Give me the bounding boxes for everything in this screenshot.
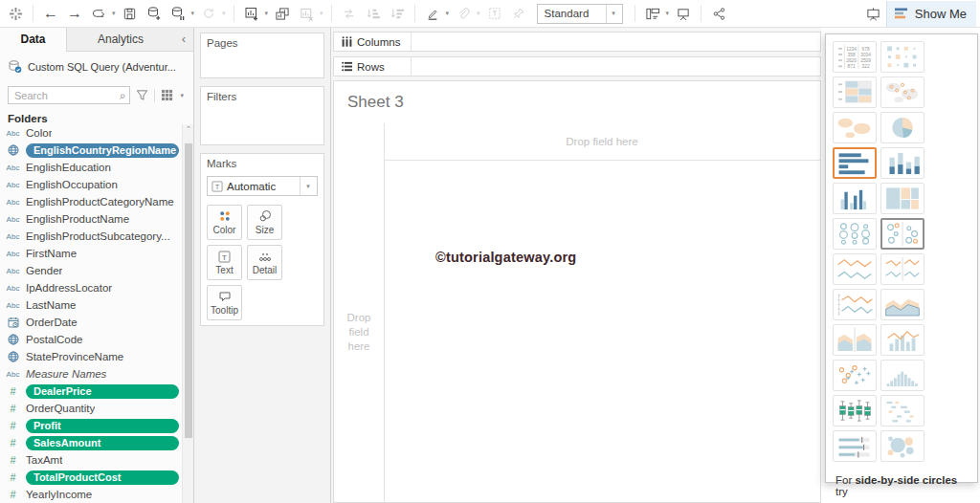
scroll-up-icon[interactable]: ⌃	[183, 125, 194, 133]
field-row-englishproductsubcategory-[interactable]: AbcEnglishProductSubcategory...	[0, 228, 182, 245]
datasource-row[interactable]: Custom SQL Query (Adventur...	[0, 52, 193, 79]
drop-zone-top[interactable]: Drop field here	[384, 123, 820, 160]
showme-dual-lines[interactable]	[833, 289, 877, 320]
fit-selector[interactable]: Standard ▾	[537, 4, 623, 24]
showme-treemaps[interactable]	[880, 183, 924, 214]
new-datasource-button[interactable]	[143, 1, 166, 26]
marks-detail-button[interactable]: Detail	[247, 245, 282, 280]
field-pill[interactable]: SalesAmount	[26, 436, 179, 450]
field-row-dealerprice[interactable]: #DealerPrice	[0, 383, 182, 400]
search-box[interactable]: ⌕	[8, 86, 130, 104]
pause-updates-button[interactable]	[167, 1, 189, 26]
mark-type-dropdown[interactable]: T Automatic ▾	[207, 176, 318, 196]
show-mark-labels-button[interactable]	[641, 1, 664, 26]
showme-box-and-whisker[interactable]	[833, 395, 877, 426]
columns-shelf[interactable]: Columns	[333, 32, 821, 52]
field-label: EnglishProductSubcategory...	[26, 230, 170, 242]
field-row-profit[interactable]: #Profit	[0, 417, 182, 434]
showme-bullet-graphs[interactable]	[833, 430, 877, 462]
worksheet-cards-button[interactable]	[862, 1, 885, 26]
rows-shelf[interactable]: Rows	[333, 56, 821, 77]
field-row-gender[interactable]: AbcGender	[0, 262, 182, 279]
highlight-button[interactable]	[421, 1, 444, 26]
undo-button[interactable]: ←	[39, 1, 62, 26]
pages-shelf[interactable]: Pages	[200, 33, 324, 78]
field-row-orderdate[interactable]: OrderDate	[0, 314, 182, 331]
replay-caret[interactable]: ▾	[112, 10, 116, 17]
field-pill[interactable]: Profit	[26, 419, 179, 433]
field-label: Color	[26, 127, 52, 139]
showme-gantt[interactable]	[880, 395, 924, 426]
field-row-englishproductname[interactable]: AbcEnglishProductName	[0, 210, 182, 228]
drop-zone-left[interactable]: Drop field here	[334, 311, 384, 354]
presentation-mode-icon	[676, 7, 691, 21]
field-row-ipaddresslocator[interactable]: AbcIpAddressLocator	[0, 279, 182, 296]
filters-shelf[interactable]: Filters	[200, 86, 324, 145]
showme-horizontal-bars[interactable]	[833, 147, 877, 179]
presentation-mode-button[interactable]	[672, 1, 695, 26]
search-input[interactable]	[12, 89, 120, 102]
field-row-measure-names[interactable]: AbcMeasure Names	[0, 365, 182, 383]
tab-data[interactable]: Data	[0, 27, 67, 52]
marks-tooltip-button[interactable]: Tooltip	[207, 285, 242, 320]
pause-updates-caret[interactable]: ▾	[191, 10, 195, 17]
field-row-stateprovincename[interactable]: StateProvinceName	[0, 348, 182, 365]
field-row-lastname[interactable]: AbcLastName	[0, 296, 182, 314]
field-row-totalproductcost[interactable]: #TotalProductCost	[0, 469, 182, 486]
showme-side-by-side-circles[interactable]	[880, 218, 924, 250]
field-pill[interactable]: TotalProductCost	[26, 470, 179, 485]
showme-continuous-lines[interactable]	[833, 253, 877, 285]
share-button[interactable]	[707, 1, 730, 26]
duplicate-sheet-button[interactable]	[271, 1, 294, 26]
showme-dual-combination[interactable]	[880, 324, 924, 356]
redo-button[interactable]: →	[63, 1, 86, 26]
showme-scatter-plots[interactable]	[833, 360, 877, 391]
new-worksheet-button[interactable]	[240, 1, 263, 26]
show-mark-labels-caret[interactable]: ▾	[666, 10, 670, 17]
save-button[interactable]	[119, 1, 142, 26]
showme-stacked-bars[interactable]	[880, 147, 924, 179]
scrollbar-thumb[interactable]	[185, 143, 192, 438]
field-row-englishoccupation[interactable]: AbcEnglishOccupation	[0, 176, 182, 193]
field-row-taxamt[interactable]: #TaxAmt	[0, 451, 182, 469]
field-row-postalcode[interactable]: PostalCode	[0, 331, 182, 348]
filter-fields-icon[interactable]	[136, 89, 148, 101]
showme-histogram[interactable]	[880, 360, 924, 391]
replay-button[interactable]	[87, 1, 110, 26]
highlight-caret[interactable]: ▾	[446, 10, 450, 17]
tab-analytics[interactable]: Analytics	[67, 27, 174, 52]
field-row-color[interactable]: AbcColor	[0, 124, 182, 142]
field-row-firstname[interactable]: AbcFirstName	[0, 245, 182, 262]
showme-discrete-lines[interactable]	[880, 253, 924, 285]
collapse-pane-icon[interactable]: ‹	[174, 27, 193, 52]
show-me-button[interactable]: Show Me	[886, 1, 976, 27]
field-row-salesamount[interactable]: #SalesAmount	[0, 434, 182, 451]
marks-text-button[interactable]: TText	[207, 245, 242, 280]
new-worksheet-caret[interactable]: ▾	[265, 10, 269, 17]
field-row-yearlyincome[interactable]: #YearlyIncome	[0, 486, 182, 503]
showme-text-tables[interactable]: 1234678358303426202509871322	[833, 41, 877, 73]
field-row-englishproductcategoryname[interactable]: AbcEnglishProductCategoryName	[0, 193, 182, 210]
field-row-englishcountryregionname[interactable]: EnglishCountryRegionName	[0, 142, 182, 159]
marks-size-button[interactable]: Size	[247, 205, 282, 240]
view-options-icon[interactable]	[161, 89, 173, 101]
field-pill[interactable]: DealerPrice	[26, 384, 179, 399]
showme-pie-charts[interactable]	[880, 112, 924, 143]
fields-scrollbar[interactable]: ⌃	[182, 124, 193, 503]
datasource-icon	[8, 59, 22, 74]
showme-symbol-maps[interactable]	[880, 77, 924, 108]
field-row-orderquantity[interactable]: #OrderQuantity	[0, 400, 182, 417]
showme-packed-bubbles[interactable]	[880, 430, 924, 462]
field-row-englisheducation[interactable]: AbcEnglishEducation	[0, 159, 182, 176]
view-options-caret[interactable]: ▾	[180, 92, 184, 99]
rows-icon	[342, 61, 352, 72]
field-pill[interactable]: EnglishCountryRegionName	[26, 143, 179, 158]
showme-continuous-area[interactable]	[880, 289, 924, 320]
marks-color-button[interactable]: Color	[207, 205, 242, 240]
showme-filled-maps[interactable]	[833, 112, 877, 143]
showme-highlight-tables[interactable]	[833, 77, 877, 108]
showme-heat-maps[interactable]	[880, 41, 924, 73]
showme-side-by-side-bars[interactable]	[833, 183, 877, 214]
showme-circle-views[interactable]	[833, 218, 877, 250]
showme-discrete-area[interactable]	[833, 324, 877, 356]
